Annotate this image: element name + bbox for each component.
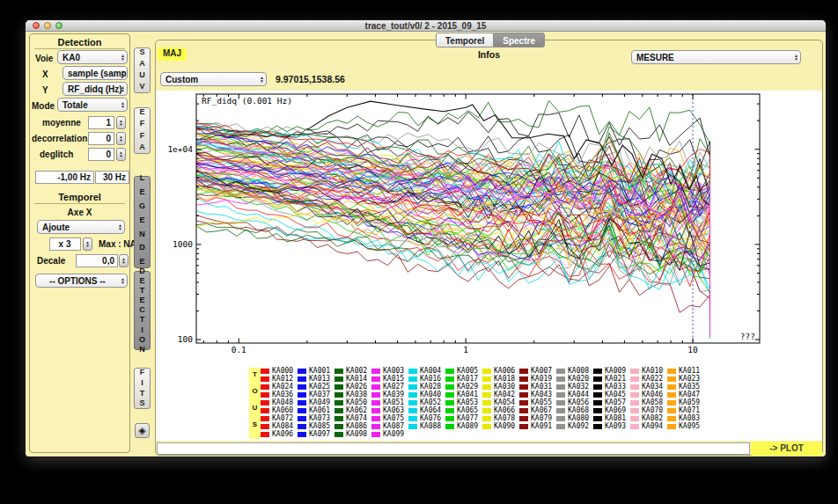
legend-item[interactable]: KA072: [261, 414, 298, 422]
legend-item[interactable]: KA023: [667, 375, 704, 383]
legend-item[interactable]: KA033: [593, 383, 630, 391]
tous-button[interactable]: TOUS: [249, 368, 261, 439]
legend-item[interactable]: KA091: [519, 422, 556, 430]
legend-item[interactable]: KA074: [334, 414, 371, 422]
decorrelation-stepper[interactable]: [116, 132, 126, 145]
legend-item[interactable]: KA027: [371, 383, 408, 391]
plot-button[interactable]: -> PLOT: [751, 442, 822, 456]
mult-stepper[interactable]: [83, 237, 92, 251]
legend-item[interactable]: KA071: [667, 406, 704, 414]
legend-item[interactable]: KA020: [556, 375, 593, 383]
moyenne-stepper[interactable]: [116, 116, 126, 129]
legend-item[interactable]: KA075: [371, 414, 408, 422]
legend-item[interactable]: KA085: [298, 422, 334, 430]
legend-item[interactable]: KA065: [445, 406, 482, 414]
legend-item[interactable]: KA044: [556, 391, 593, 398]
legend-item[interactable]: KA064: [408, 406, 445, 414]
legend-item[interactable]: KA069: [593, 406, 630, 414]
legend-item[interactable]: KA004: [408, 367, 445, 375]
legend-item[interactable]: KA038: [334, 391, 371, 398]
strip-button-effa[interactable]: EFFA: [134, 107, 151, 154]
tab-temporel[interactable]: Temporel: [436, 33, 494, 47]
x-dropdown[interactable]: sample (sampl: [62, 66, 128, 80]
legend-item[interactable]: KA078: [482, 414, 519, 422]
legend-item[interactable]: KA006: [482, 367, 519, 375]
legend-item[interactable]: KA062: [334, 406, 371, 414]
legend-item[interactable]: KA041: [445, 391, 482, 398]
legend-item[interactable]: KA073: [298, 414, 334, 422]
legend-item[interactable]: KA081: [593, 414, 630, 422]
legend-item[interactable]: KA015: [371, 375, 408, 383]
legend-item[interactable]: KA021: [593, 375, 630, 383]
legend-item[interactable]: KA083: [667, 414, 704, 422]
legend-item[interactable]: KA063: [371, 406, 408, 414]
legend-item[interactable]: KA054: [482, 398, 519, 406]
legend-item[interactable]: KA057: [593, 398, 630, 406]
legend-item[interactable]: KA053: [445, 398, 482, 406]
legend-item[interactable]: KA026: [334, 383, 371, 391]
legend-item[interactable]: KA031: [519, 383, 556, 391]
legend-item[interactable]: KA043: [519, 391, 556, 398]
legend-item[interactable]: KA098: [334, 430, 371, 438]
legend-item[interactable]: KA084: [261, 422, 298, 430]
legend-item[interactable]: KA047: [667, 391, 704, 398]
legend-item[interactable]: KA048: [261, 398, 298, 406]
legend-item[interactable]: KA099: [371, 430, 408, 438]
decale-stepper[interactable]: [119, 254, 129, 267]
legend-item[interactable]: KA095: [667, 422, 704, 430]
legend-item[interactable]: KA030: [482, 383, 519, 391]
legend-item[interactable]: KA012: [261, 375, 298, 383]
mode-dropdown[interactable]: Totale: [57, 98, 128, 112]
legend-item[interactable]: KA034: [630, 383, 667, 391]
legend-item[interactable]: KA079: [519, 414, 556, 422]
moyenne-field[interactable]: 1: [88, 116, 114, 129]
legend-item[interactable]: KA070: [630, 406, 667, 414]
legend-item[interactable]: KA090: [482, 422, 519, 430]
legend-item[interactable]: KA001: [298, 367, 334, 375]
spectrum-plot[interactable]: 0.111010010001e+04RF_didq (0.001 Hz)???: [156, 91, 822, 354]
legend-item[interactable]: KA086: [334, 422, 371, 430]
legend-item[interactable]: KA096: [261, 430, 298, 438]
legend-item[interactable]: KA024: [261, 383, 298, 391]
legend-item[interactable]: KA055: [519, 398, 556, 406]
legend-item[interactable]: KA060: [261, 406, 298, 414]
legend-item[interactable]: KA018: [482, 375, 519, 383]
legend-item[interactable]: KA077: [445, 414, 482, 422]
decale-field[interactable]: 0,0: [76, 254, 118, 267]
legend-item[interactable]: KA029: [445, 383, 482, 391]
legend-item[interactable]: KA042: [482, 391, 519, 398]
legend-item[interactable]: KA058: [630, 398, 667, 406]
scale-mode-dropdown[interactable]: Custom: [160, 72, 267, 86]
legend-item[interactable]: KA005: [445, 367, 482, 375]
legend-item[interactable]: KA097: [298, 430, 334, 438]
legend-item[interactable]: KA094: [630, 422, 667, 430]
deglitch-stepper[interactable]: [116, 148, 126, 161]
mult-field[interactable]: x 3: [49, 237, 81, 251]
legend-item[interactable]: KA066: [482, 406, 519, 414]
legend-item[interactable]: KA014: [334, 375, 371, 383]
legend-item[interactable]: KA087: [371, 422, 408, 430]
ajoute-dropdown[interactable]: Ajoute: [37, 220, 125, 234]
legend-item[interactable]: KA022: [630, 375, 667, 383]
mesure-dropdown[interactable]: MESURE: [631, 50, 801, 64]
legend-item[interactable]: KA037: [298, 391, 334, 398]
legend-item[interactable]: KA039: [371, 391, 408, 398]
freq-min-field[interactable]: -1,00 Hz: [35, 171, 94, 184]
legend-item[interactable]: KA046: [630, 391, 667, 398]
legend-item[interactable]: KA059: [667, 398, 704, 406]
legend-item[interactable]: KA082: [630, 414, 667, 422]
legend-item[interactable]: KA088: [408, 422, 445, 430]
legend-item[interactable]: KA068: [556, 406, 593, 414]
legend-item[interactable]: KA028: [408, 383, 445, 391]
title-bar[interactable]: trace_tout/v0/ 2 - 2015_09_15: [26, 20, 826, 32]
legend-item[interactable]: KA032: [556, 383, 593, 391]
voie-dropdown[interactable]: KA0: [57, 50, 128, 64]
legend-item[interactable]: KA045: [593, 391, 630, 398]
legend-item[interactable]: KA013: [298, 375, 334, 383]
command-input[interactable]: [157, 442, 750, 455]
strip-button-detection[interactable]: DETECTION: [134, 271, 151, 350]
legend-item[interactable]: KA093: [593, 422, 630, 430]
legend-item[interactable]: KA002: [334, 367, 371, 375]
strip-button-legende[interactable]: LEGENDE: [134, 176, 151, 268]
legend-item[interactable]: KA050: [334, 398, 371, 406]
